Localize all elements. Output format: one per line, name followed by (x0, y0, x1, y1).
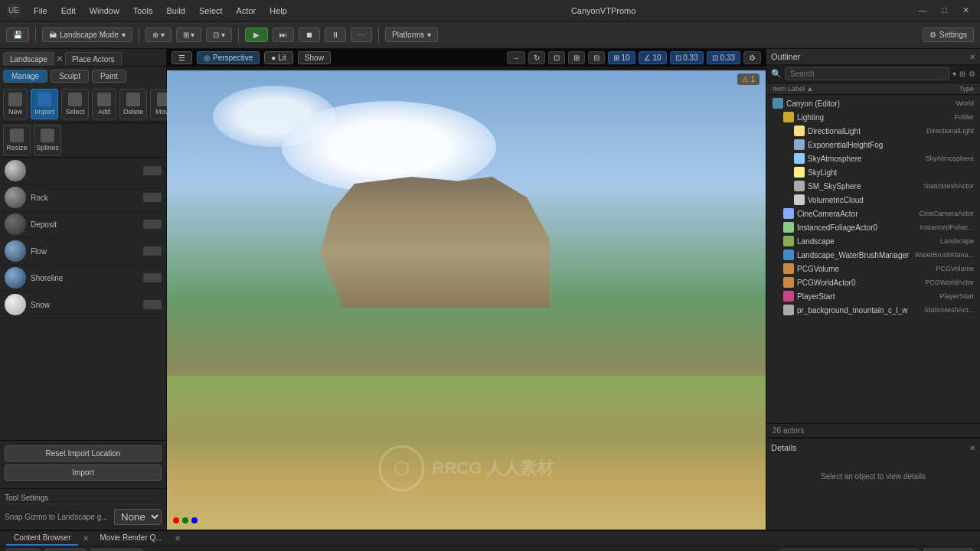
menu-help[interactable]: Help (263, 5, 293, 17)
vp-right-controls: → ↻ ⊡ ⊞ ⊟ ⊞ 10 ∠ 10 ⊡ 0.33 ⊡ 0.33 ⚙ (507, 51, 761, 64)
list-item[interactable]: Deposit (0, 211, 166, 238)
new-icon (8, 93, 22, 106)
outliner-item[interactable]: ExponentialHeightFog (766, 138, 980, 152)
import-button[interactable]: Import (5, 465, 162, 481)
maximize-button[interactable]: □ (937, 4, 952, 17)
outliner-item[interactable]: LightingFolder (766, 110, 980, 124)
manage-tab[interactable]: Manage (3, 70, 47, 83)
skip-button[interactable]: ⏭ (273, 28, 294, 42)
layer-sphere (5, 294, 26, 315)
new-tool-button[interactable]: New (3, 89, 28, 119)
splines-tool-button[interactable]: Splines (34, 125, 61, 155)
outliner-item[interactable]: SM_SkySphereStaticMeshActor (766, 179, 980, 193)
menu-edit[interactable]: Edit (55, 5, 82, 17)
vp-settings-button[interactable]: ⚙ (743, 51, 761, 64)
transform-button[interactable]: ⊕ ▾ (145, 28, 172, 42)
outliner-item[interactable]: Canyon (Editor)World (766, 96, 980, 110)
select-tool-button[interactable]: Select (61, 89, 89, 119)
outliner-item-type: PlayerStart (913, 292, 974, 300)
mesh-icon (794, 181, 805, 191)
outliner-item[interactable]: VolumetricCloud (766, 193, 980, 207)
layer-toggle[interactable] (143, 193, 162, 202)
hamburger-button[interactable]: ☰ (172, 51, 192, 64)
outliner-item[interactable]: Landscape_WaterBrushManagerWaterBrushMan… (766, 248, 980, 262)
snap-setting: Snap Gizmo to Landscape g... None (5, 507, 162, 527)
pause-button[interactable]: ⏸ (325, 28, 346, 42)
details-close-button[interactable]: ✕ (969, 444, 975, 452)
list-item[interactable]: Shoreline (0, 265, 166, 292)
outliner-item[interactable]: SkyAtmosphereSkyAtmosphere (766, 152, 980, 165)
layer-toggle[interactable] (143, 300, 162, 309)
window-controls[interactable]: — □ ✕ (913, 4, 974, 17)
menu-tools[interactable]: Tools (127, 5, 159, 17)
resize-tool-button[interactable]: Resize (3, 125, 31, 155)
layer-toggle[interactable] (143, 166, 162, 175)
outliner-item[interactable]: PCGVolumePCGVolume (766, 262, 980, 276)
paint-tab[interactable]: Paint (92, 70, 126, 83)
content-browser-close[interactable]: ✕ (83, 534, 89, 543)
layer-toggle[interactable] (143, 246, 162, 256)
minimize-button[interactable]: — (913, 4, 931, 17)
landscape-toolbar: New Import Select Add Delete Move (0, 86, 166, 123)
perspective-button[interactable]: ◎ Perspective (197, 51, 260, 64)
stop-button[interactable]: ⏹ (299, 28, 320, 42)
menu-select[interactable]: Select (193, 5, 229, 17)
outliner-close-button[interactable]: ✕ (969, 53, 975, 61)
viewport-toolbar: ☰ ◎ Perspective ● Lit Show → ↻ ⊡ ⊞ ⊟ ⊞ 1… (167, 49, 766, 67)
grid-button[interactable]: ⊡ ▾ (206, 28, 232, 42)
add-icon (97, 93, 111, 106)
lit-button[interactable]: ● Lit (264, 51, 293, 64)
outliner-column-headers: Item Label ▲ Type (766, 83, 980, 95)
outliner-filter-icon[interactable]: ▾ (952, 70, 956, 78)
outliner-item[interactable]: pr_background_mountain_c_l_wStaticMeshAc… (766, 303, 980, 317)
settings-button[interactable]: ⚙ Settings (923, 28, 974, 42)
snap-button[interactable]: ⊞ ▾ (176, 28, 202, 42)
layer-toggle[interactable] (143, 220, 162, 229)
outliner-item[interactable]: LandscapeLandscape (766, 234, 980, 248)
add-tool-button[interactable]: Add (92, 89, 116, 119)
menu-actor[interactable]: Actor (230, 5, 263, 17)
place-actors-tab[interactable]: Place Actors (65, 52, 122, 66)
menu-file[interactable]: File (28, 5, 54, 17)
platforms-button[interactable]: Platforms ▾ (385, 28, 438, 42)
play-button[interactable]: ▶ (245, 28, 268, 42)
close-button[interactable]: ✕ (958, 4, 974, 17)
movie-render-tab[interactable]: Movie Render Q... (92, 531, 169, 546)
outliner-settings-icon[interactable]: ⚙ (969, 70, 975, 78)
cloud-1 (282, 101, 496, 193)
show-button[interactable]: Show (298, 51, 331, 64)
landscape-mode-button[interactable]: 🏔 Landscape Mode ▾ (42, 28, 132, 42)
outliner-search-input[interactable] (785, 67, 949, 80)
sculpt-tab[interactable]: Sculpt (51, 70, 89, 83)
outliner-item-type: World (913, 99, 974, 107)
list-item[interactable]: Rock (0, 184, 166, 211)
options-button[interactable]: ⋯ (351, 28, 372, 42)
list-item[interactable]: Flow (0, 238, 166, 265)
list-item[interactable]: Snow (0, 292, 166, 318)
menu-window[interactable]: Window (83, 5, 126, 17)
outliner-columns-icon[interactable]: ⊞ (959, 70, 965, 78)
fog-icon (794, 139, 805, 150)
reset-import-button[interactable]: Reset Import Location (5, 445, 162, 461)
content-browser-tab[interactable]: Content Browser (6, 531, 78, 546)
close-landscape-tab[interactable]: ✕ (56, 54, 64, 64)
outliner-item[interactable]: DirectionalLightDirectionalLight (766, 124, 980, 138)
layer-toggle[interactable] (143, 273, 162, 282)
extra-tools: Resize Splines (0, 123, 166, 158)
list-item[interactable] (0, 158, 166, 184)
snap-dropdown[interactable]: None (114, 509, 162, 525)
import-tool-button[interactable]: Import (31, 89, 58, 119)
viewport[interactable]: ☰ ◎ Perspective ● Lit Show → ↻ ⊡ ⊞ ⊟ ⊞ 1… (167, 49, 766, 530)
outliner-item[interactable]: SkyLight (766, 165, 980, 179)
delete-tool-button[interactable]: Delete (119, 89, 147, 119)
outliner-item-type: WaterBrushMana... (913, 251, 974, 259)
save-button[interactable]: 💾 (6, 28, 29, 42)
menu-build[interactable]: Build (161, 5, 191, 17)
outliner-item[interactable]: PCGWorldActor0PCGWorldActor (766, 276, 980, 289)
movie-render-close[interactable]: ✕ (175, 534, 181, 543)
landscape-tab[interactable]: Landscape (3, 52, 54, 66)
outliner-item[interactable]: PlayerStartPlayerStart (766, 289, 980, 303)
outliner-item[interactable]: CineCameraActorCineCameraActor (766, 207, 980, 220)
outliner-item[interactable]: InstancedFoliageActor0InstancedFoliac... (766, 220, 980, 234)
mesh-icon (783, 305, 794, 315)
